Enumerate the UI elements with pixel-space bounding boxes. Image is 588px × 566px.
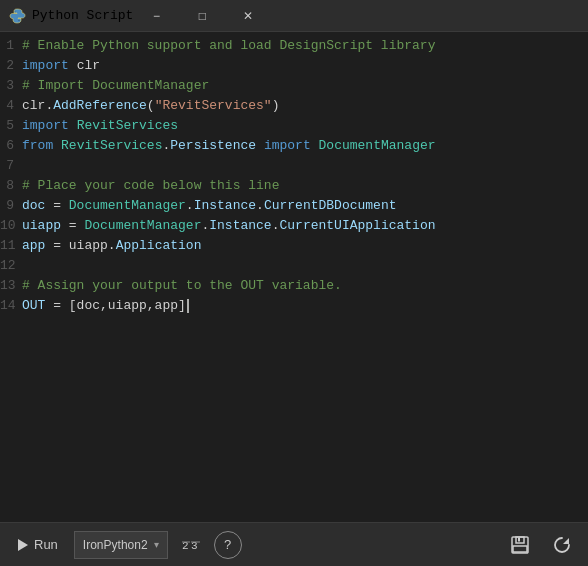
line-content: import clr (22, 56, 100, 76)
engine-label: IronPython2 (83, 538, 148, 552)
line-content: app = uiapp.Application (22, 236, 201, 256)
svg-rect-7 (518, 537, 520, 541)
svg-rect-8 (513, 546, 527, 552)
line-number: 13 (0, 276, 22, 296)
line-number: 7 (0, 156, 22, 176)
python-icon (8, 7, 26, 25)
save-icon (509, 534, 531, 556)
text-cursor (187, 299, 189, 313)
line-number: 10 (0, 216, 22, 236)
window-title: Python Script (32, 8, 133, 23)
line-content: # Enable Python support and load DesignS… (22, 36, 435, 56)
counter-icon: 2 3 (180, 536, 202, 554)
maximize-button[interactable]: □ (179, 0, 225, 32)
code-editor[interactable]: 1# Enable Python support and load Design… (0, 32, 588, 522)
line-content: uiapp = DocumentManager.Instance.Current… (22, 216, 436, 236)
chevron-down-icon: ▾ (154, 539, 159, 550)
titlebar: Python Script − □ ✕ (0, 0, 588, 32)
line-content: # Assign your output to the OUT variable… (22, 276, 342, 296)
run-button[interactable]: Run (8, 533, 68, 556)
line-number: 9 (0, 196, 22, 216)
code-line: 5import RevitServices (0, 116, 588, 136)
line-content: # Import DocumentManager (22, 76, 209, 96)
reset-button[interactable] (544, 527, 580, 563)
help-label: ? (224, 537, 231, 552)
line-number: 14 (0, 296, 22, 316)
engine-selector[interactable]: IronPython2 ▾ (74, 531, 168, 559)
play-icon (18, 539, 28, 551)
code-line: 9doc = DocumentManager.Instance.CurrentD… (0, 196, 588, 216)
code-line: 2import clr (0, 56, 588, 76)
line-number: 4 (0, 96, 22, 116)
code-line: 7 (0, 156, 588, 176)
counter-button[interactable]: 2 3 (174, 532, 208, 558)
code-line: 8# Place your code below this line (0, 176, 588, 196)
line-number: 2 (0, 56, 22, 76)
code-line: 13# Assign your output to the OUT variab… (0, 276, 588, 296)
code-line: 1# Enable Python support and load Design… (0, 36, 588, 56)
line-number: 3 (0, 76, 22, 96)
window-controls: − □ ✕ (133, 0, 271, 32)
code-line: 6from RevitServices.Persistence import D… (0, 136, 588, 156)
code-line: 11app = uiapp.Application (0, 236, 588, 256)
help-button[interactable]: ? (214, 531, 242, 559)
run-label: Run (34, 537, 58, 552)
code-line: 3# Import DocumentManager (0, 76, 588, 96)
minimize-button[interactable]: − (133, 0, 179, 32)
line-number: 1 (0, 36, 22, 56)
close-button[interactable]: ✕ (225, 0, 271, 32)
line-number: 11 (0, 236, 22, 256)
line-content: clr.AddReference("RevitServices") (22, 96, 280, 116)
line-number: 6 (0, 136, 22, 156)
code-line: 4clr.AddReference("RevitServices") (0, 96, 588, 116)
line-number: 8 (0, 176, 22, 196)
line-content: doc = DocumentManager.Instance.CurrentDB… (22, 196, 397, 216)
line-number: 5 (0, 116, 22, 136)
line-content: import RevitServices (22, 116, 178, 136)
save-button[interactable] (502, 527, 538, 563)
code-line: 12 (0, 256, 588, 276)
bottom-toolbar: Run IronPython2 ▾ 2 3 ? (0, 522, 588, 566)
code-line: 10uiapp = DocumentManager.Instance.Curre… (0, 216, 588, 236)
code-line: 14OUT = [doc,uiapp,app] (0, 296, 588, 316)
svg-marker-9 (563, 538, 569, 544)
line-content: from RevitServices.Persistence import Do… (22, 136, 436, 156)
line-content: OUT = [doc,uiapp,app] (22, 296, 189, 316)
line-content: # Place your code below this line (22, 176, 279, 196)
reset-icon (551, 534, 573, 556)
line-number: 12 (0, 256, 22, 276)
